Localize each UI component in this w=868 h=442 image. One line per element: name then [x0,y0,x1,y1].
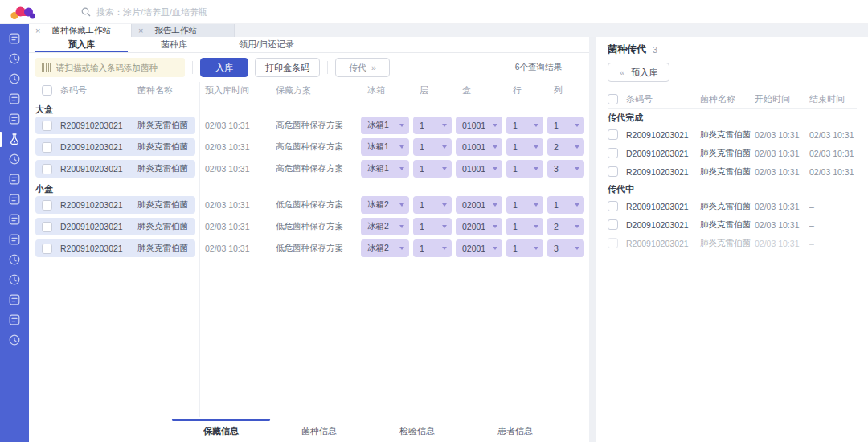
sidebar-item-card-plus[interactable] [0,290,29,310]
tab-report-workstation[interactable]: × 报告工作站 [132,24,235,37]
box-select[interactable]: 02001 [456,196,502,214]
col-select[interactable]: 2 [547,218,584,235]
tab-label: 报告工作站 [154,25,197,36]
sidebar-item-image-frame[interactable] [0,89,29,109]
row-checkbox[interactable] [42,164,52,174]
fridge-select[interactable]: 冰箱1 [361,138,409,156]
toolbar-divider [327,61,328,74]
barcode-scan-input[interactable] [35,58,185,77]
box-select[interactable]: 01001 [456,117,502,134]
subtab-2[interactable]: 领用/归还记录 [220,37,313,52]
chat-bubble-icon [8,273,21,288]
sidebar-item-compass[interactable] [0,149,29,170]
box-select[interactable]: 01001 [456,138,502,156]
row-checkbox[interactable] [608,166,618,177]
row-select[interactable]: 1 [506,138,543,156]
layer-select[interactable]: 1 [413,196,452,214]
sidebar-item-archive-box[interactable] [0,310,29,330]
col-select[interactable]: 3 [547,239,584,257]
col-select[interactable]: 3 [547,160,584,178]
layer-select[interactable]: 1 [413,117,452,134]
pie-chart-icon [8,334,21,348]
col-select[interactable]: 1 [547,117,584,134]
box-select[interactable]: 01001 [456,160,502,178]
tab-strain-preservation-workstation[interactable]: × 菌种保藏工作站 [29,24,132,37]
col-select[interactable]: 1 [547,196,584,214]
row-checkbox[interactable] [42,121,52,131]
fridge-select[interactable]: 冰箱1 [361,160,409,178]
box-select[interactable]: 02001 [456,239,502,257]
row-checkbox[interactable] [608,129,618,140]
row-checkbox[interactable] [608,219,618,230]
sidebar-item-box-clock[interactable] [0,190,29,210]
close-icon[interactable]: × [138,27,143,35]
layer-select[interactable]: 1 [413,218,452,235]
scan-box [35,58,185,77]
strain-name-value: 肺炎克雷伯菌 [700,129,755,141]
row-checkbox[interactable] [42,244,52,254]
layer-select[interactable]: 1 [413,160,452,178]
bottom-tab-1[interactable]: 菌种信息 [270,419,368,442]
strain-name-value: 肺炎克雷伯菌 [700,148,755,159]
subtab-1[interactable]: 菌种库 [128,37,220,52]
plan-value: 低危菌种保存方案 [276,221,353,232]
layer-select[interactable]: 1 [413,239,452,257]
sidebar-item-id-card[interactable] [0,109,29,129]
sidebar-item-clock[interactable] [0,49,29,69]
fridge-select[interactable]: 冰箱2 [361,196,409,214]
row-select[interactable]: 1 [506,196,543,214]
sidebar-item-document-check[interactable] [0,170,29,190]
sidebar-item-document-chart[interactable] [0,230,29,250]
row-select[interactable]: 1 [506,218,543,235]
sidebar-item-pie-chart[interactable] [0,330,29,350]
plan-value: 低危菌种保存方案 [276,199,353,211]
row-checkbox[interactable] [42,222,52,232]
bottom-tab-0[interactable]: 保藏信息 [172,419,270,442]
sidebar-item-task-check[interactable] [0,29,29,49]
col-select[interactable]: 2 [547,138,584,156]
bottom-tab-3[interactable]: 患者信息 [466,419,564,442]
table-row: D200910203021肺炎克雷伯菌02/03 10:31低危菌种保存方案冰箱… [35,218,589,235]
back-to-prestock-button[interactable]: « 预入库 [608,63,669,82]
search-input[interactable] [96,7,434,17]
group-label: 传代中 [608,181,857,197]
fridge-select[interactable]: 冰箱1 [361,117,409,134]
toolbar-divider [192,61,193,74]
row-checkbox[interactable] [42,200,52,211]
fridge-select[interactable]: 冰箱2 [361,218,409,235]
group-label: 小盒 [35,182,589,196]
sidebar-item-flask[interactable] [0,129,29,149]
close-icon[interactable]: × [35,27,40,35]
print-box-barcode-button[interactable]: 打印盒条码 [255,58,320,77]
row-select[interactable]: 1 [506,117,543,134]
row-checkbox[interactable] [608,148,618,158]
end-time-value: 02/03 10:31 [809,149,859,158]
row-select[interactable]: 1 [506,160,543,178]
subtab-0[interactable]: 预入库 [35,37,128,52]
back-button-label: 预入库 [631,67,657,79]
bottom-tab-2[interactable]: 检验信息 [368,419,466,442]
fridge-select[interactable]: 冰箱2 [361,239,409,257]
col-header-plan: 保藏方案 [276,84,353,96]
chevron-left-icon: « [620,68,624,77]
sidebar-item-cloud-data[interactable] [0,69,29,89]
sidebar-item-chat-bubble[interactable] [0,270,29,290]
sidebar-item-user-head[interactable] [0,250,29,270]
layer-select[interactable]: 1 [413,138,452,156]
row-checkbox[interactable] [42,142,52,153]
document-chart-icon [8,233,21,248]
row-checkbox[interactable] [608,201,618,211]
row-checkbox[interactable] [608,238,618,248]
select-all-checkbox[interactable] [42,85,52,96]
select-all-checkbox[interactable] [608,94,618,104]
app-logo-icon[interactable] [10,3,47,21]
stock-in-button[interactable]: 入库 [200,58,248,77]
prestock-time-value: 02/03 10:31 [205,121,268,130]
sidebar-item-barcode-grid[interactable] [0,210,29,230]
strain-name-value: 肺炎克雷伯菌 [700,201,755,212]
end-time-value: 02/03 10:31 [809,167,859,177]
row-select[interactable]: 1 [506,239,543,257]
box-select[interactable]: 02001 [456,218,502,235]
passage-button[interactable]: 传代 » [335,58,390,77]
sidebar [0,24,29,442]
